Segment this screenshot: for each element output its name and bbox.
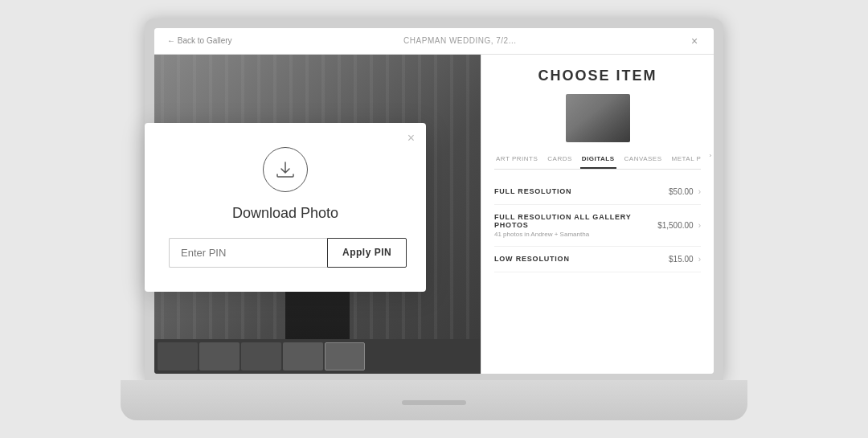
thumbnail-2[interactable]: [199, 342, 240, 370]
tab-metal-prints[interactable]: METAL P: [670, 152, 703, 169]
download-icon-wrapper: [263, 147, 308, 192]
thumbnail-1[interactable]: [158, 342, 198, 370]
choose-item-title: CHOOSE ITEM: [494, 68, 701, 84]
dialog-close-button[interactable]: ×: [407, 131, 415, 145]
chevron-right-icon-2: ›: [698, 221, 701, 230]
chevron-right-icon: ›: [698, 187, 701, 196]
download-dialog: × Download Photo Apply PIN: [145, 123, 426, 292]
product-tabs: ART PRINTS CARDS DIGITALS CANVASES METAL…: [494, 152, 701, 170]
price-item-low-resolution[interactable]: LOW RESOLUTION $15.00 ›: [494, 247, 701, 272]
download-icon: [275, 161, 296, 178]
close-button[interactable]: ×: [688, 35, 701, 47]
tab-cards[interactable]: CARDS: [546, 152, 574, 169]
pin-input[interactable]: [169, 238, 327, 268]
thumbnails-strip: [154, 339, 481, 374]
dialog-title: Download Photo: [232, 205, 338, 222]
price-item-full-resolution[interactable]: FULL RESOLUTION $50.00 ›: [494, 179, 701, 205]
chevron-right-icon-3: ›: [698, 255, 701, 264]
top-bar: ← Back to Gallery CHAPMAN WEDDING, 7/2..…: [154, 28, 714, 55]
dialog-inputs: Apply PIN: [169, 238, 402, 268]
back-to-gallery-link[interactable]: ← Back to Gallery: [167, 36, 232, 45]
laptop: ← Back to Gallery CHAPMAN WEDDING, 7/2..…: [121, 18, 747, 420]
price-item-full-resolution-all[interactable]: FULL RESOLUTION ALL GALLERY PHOTOS 41 ph…: [494, 205, 701, 247]
right-panel: CHOOSE ITEM ART PRINTS CARDS DIGITALS CA…: [481, 55, 714, 374]
tab-art-prints[interactable]: ART PRINTS: [494, 152, 539, 169]
apply-pin-button[interactable]: Apply PIN: [327, 238, 407, 268]
tab-canvases[interactable]: CANVASES: [623, 152, 664, 169]
thumbnail-3[interactable]: [241, 342, 281, 370]
laptop-base: [121, 380, 747, 420]
tabs-scroll-arrow[interactable]: ›: [709, 152, 711, 169]
thumbnail-4[interactable]: [283, 342, 323, 370]
gallery-title: CHAPMAN WEDDING, 7/2...: [403, 36, 516, 45]
preview-image: [566, 94, 630, 142]
thumbnail-5[interactable]: [325, 342, 365, 370]
tab-digitals[interactable]: DIGITALS: [580, 152, 616, 169]
